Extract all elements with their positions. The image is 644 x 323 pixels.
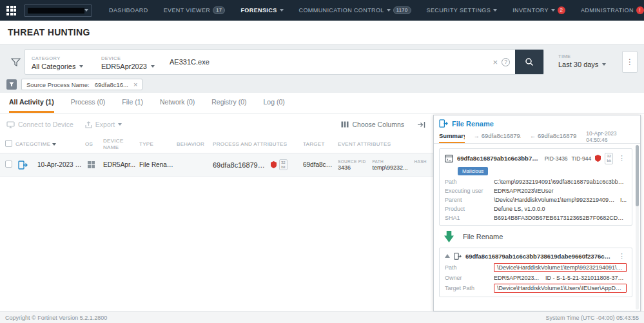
panel-header: File Rename: [434, 115, 640, 130]
panel-tab-label: 69dfa8c16879...: [482, 132, 521, 139]
search-button[interactable]: [515, 50, 543, 74]
file-rename-icon: [439, 119, 448, 128]
bits-unit: bit: [281, 165, 285, 169]
field-row: SHA1 B6914B8FA3D0B67EB6173123652B7F0682C…: [445, 215, 627, 221]
search-input[interactable]: [164, 58, 489, 66]
col-target[interactable]: TARGET: [303, 141, 338, 147]
tab-process[interactable]: Process (0): [71, 98, 106, 113]
field-label: Product: [445, 206, 494, 212]
source-pid-attr: SOURCE PID 3436: [338, 159, 366, 171]
chevron-down-icon: [118, 123, 122, 126]
source-pid-value: 3436: [338, 164, 366, 171]
title-bar: THREAT HUNTING: [0, 21, 644, 44]
hash-attr: HASH: [415, 159, 427, 171]
nav-label: ADMINISTRATION: [581, 7, 634, 14]
field-label: Path: [445, 264, 494, 271]
target-menu-icon[interactable]: ⋮: [617, 252, 627, 260]
event-attributes-cell: SOURCE PID 3436 PATH temp\99232... HASH: [338, 159, 433, 171]
field-label: Executing user: [445, 188, 494, 194]
device-value: EDR5Apr2023: [101, 63, 147, 70]
process-menu-icon[interactable]: ⋮: [617, 154, 627, 162]
select-all-checkbox[interactable]: [5, 140, 12, 147]
collapse-panel-icon[interactable]: [416, 120, 427, 130]
col-process-attributes[interactable]: PROCESS AND ATTRIBUTES: [213, 141, 303, 147]
remove-filter-icon[interactable]: ×: [133, 81, 137, 88]
classification-badge: Malicious: [458, 167, 488, 175]
search-row: CATEGORY All Categories DEVICE EDR5Apr20…: [6, 49, 638, 75]
field-label: SHA1: [445, 215, 494, 221]
bits-value: 32: [281, 161, 286, 164]
nav-label: FORENSICS: [240, 7, 277, 14]
category-dropdown[interactable]: CATEGORY All Categories: [25, 51, 95, 73]
more-options-button[interactable]: ⋮: [622, 51, 638, 73]
field-row: Executing user EDR5APR2023\IEUser: [445, 188, 627, 194]
help-icon[interactable]: ?: [502, 58, 510, 66]
filter-zone: CATEGORY All Categories DEVICE EDR5Apr20…: [0, 44, 644, 93]
fortinet-logo-icon[interactable]: [6, 6, 16, 15]
col-time[interactable]: TIME: [37, 141, 85, 147]
bits-badge: 32bit: [605, 153, 613, 164]
col-category[interactable]: CATEGORY: [15, 141, 37, 147]
device-dropdown[interactable]: DEVICE EDR5Apr2023: [95, 51, 164, 73]
col-event-attributes[interactable]: EVENT ATTRIBUTES: [338, 141, 433, 147]
device-label: DEVICE: [101, 55, 121, 61]
panel-tab-summary[interactable]: Summary: [439, 130, 465, 143]
choose-columns-label: Choose Columns: [352, 121, 404, 128]
panel-tab-target-file[interactable]: ← 69dfa8c16879...: [530, 130, 577, 143]
col-os[interactable]: OS: [85, 141, 103, 147]
nav-label: EVENT VIEWER: [164, 7, 211, 14]
file-rename-icon: [18, 161, 28, 170]
tab-log[interactable]: Log (0): [264, 98, 285, 113]
arrow-right-icon: →: [474, 133, 480, 139]
category-value: All Categories: [32, 63, 75, 70]
org-name-redacted: [28, 8, 84, 14]
chevron-down-icon: [387, 9, 391, 12]
tid-value: TID-944: [572, 155, 592, 162]
table-row[interactable]: 10-Apr-2023 04:... EDR5Apr... File Renam…: [0, 153, 433, 177]
panel-tab-source-process[interactable]: → 69dfa8c16879...: [474, 130, 521, 143]
col-behavior[interactable]: BEHAVIOR: [177, 141, 213, 147]
nav-item-communication-control[interactable]: COMMUNICATION CONTROL1170: [299, 6, 411, 15]
choose-columns-button[interactable]: Choose Columns: [341, 121, 404, 128]
panel-tabs: Summary → 69dfa8c16879... ← 69dfa8c16879…: [434, 130, 640, 144]
nav-item-inventory[interactable]: INVENTORY2: [512, 6, 565, 14]
tab-registry[interactable]: Registry (0): [211, 98, 246, 113]
nav-item-dashboard[interactable]: DASHBOARD: [109, 7, 148, 14]
clear-search-icon[interactable]: ×: [489, 57, 502, 67]
tab-all-activity[interactable]: All Activity (1): [9, 98, 54, 113]
main-nav: DASHBOARD EVENT VIEWER17 FORENSICS COMMU…: [109, 6, 644, 15]
filter-chip[interactable]: Source Process Name: 69dfa8c16... ×: [21, 79, 142, 90]
table-header-row: CATEGORY TIME OS DEVICE NAME TYPE BEHAVI…: [0, 135, 433, 153]
chevron-down-icon: [551, 9, 555, 12]
applied-filter-funnel-icon: [6, 79, 17, 90]
org-selector[interactable]: [24, 5, 92, 17]
nav-item-forensics[interactable]: FORENSICS: [240, 7, 283, 14]
connect-to-device-label: Connect to Device: [18, 121, 73, 128]
field-label: Owner: [445, 275, 494, 281]
owner-sid-value: ID - S-1-5-21-321011808-3761883066-35...: [545, 275, 627, 281]
nav-label: SECURITY SETTINGS: [427, 7, 491, 14]
row-checkbox[interactable]: [5, 161, 12, 168]
time-dropdown[interactable]: TIME Last 30 days: [552, 49, 612, 75]
process-card: 69dfa8c16879ab1c6c3bb738619dabe... PID-3…: [439, 148, 632, 226]
export-button[interactable]: Export: [85, 121, 122, 128]
panel-scrollbar[interactable]: [636, 145, 639, 309]
malicious-icon: [595, 155, 601, 162]
scrollbar-thumb[interactable]: [636, 145, 639, 206]
field-row: Product Defune LS, v1.0.0.0: [445, 206, 627, 212]
field-value-truncated: I...: [620, 197, 627, 203]
process-card-header: 69dfa8c16879ab1c6c3bb738619dabe... PID-3…: [445, 153, 627, 164]
col-type[interactable]: TYPE: [139, 141, 177, 147]
applied-filters-row: Source Process Name: 69dfa8c16... ×: [6, 79, 638, 90]
filter-chip-value: 69dfa8c16...: [95, 81, 128, 88]
tab-file[interactable]: File (1): [122, 98, 143, 113]
tab-network[interactable]: Network (0): [160, 98, 195, 113]
windows-icon: [88, 161, 95, 168]
connect-to-device-button[interactable]: Connect to Device: [6, 121, 73, 128]
nav-item-event-viewer[interactable]: EVENT VIEWER17: [164, 6, 226, 15]
nav-item-security-settings[interactable]: SECURITY SETTINGS: [427, 7, 498, 14]
col-device-name[interactable]: DEVICE NAME: [103, 138, 139, 150]
nav-item-administration[interactable]: ADMINISTRATION!: [581, 6, 644, 14]
filter-funnel-icon[interactable]: [6, 49, 24, 75]
panel-tab-label: 69dfa8c16879...: [538, 132, 577, 139]
